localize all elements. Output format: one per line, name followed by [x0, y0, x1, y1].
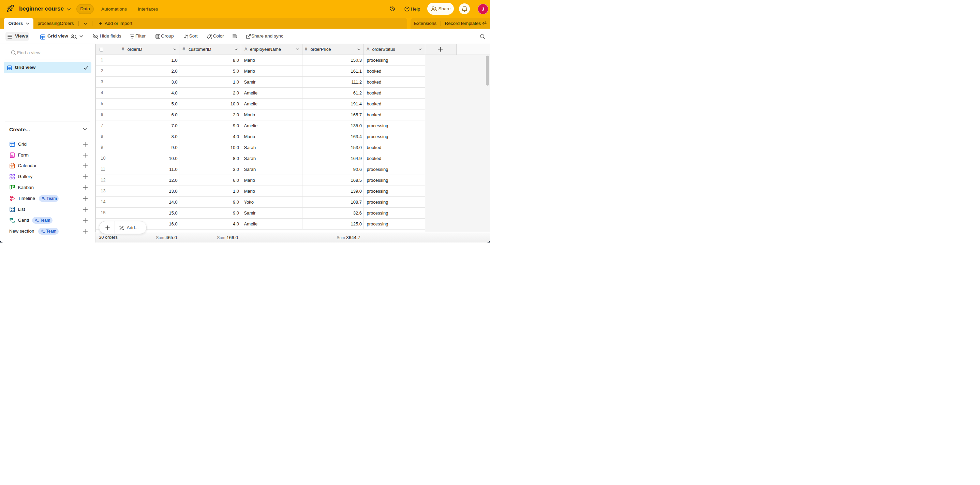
- svg-text:31: 31: [11, 165, 14, 168]
